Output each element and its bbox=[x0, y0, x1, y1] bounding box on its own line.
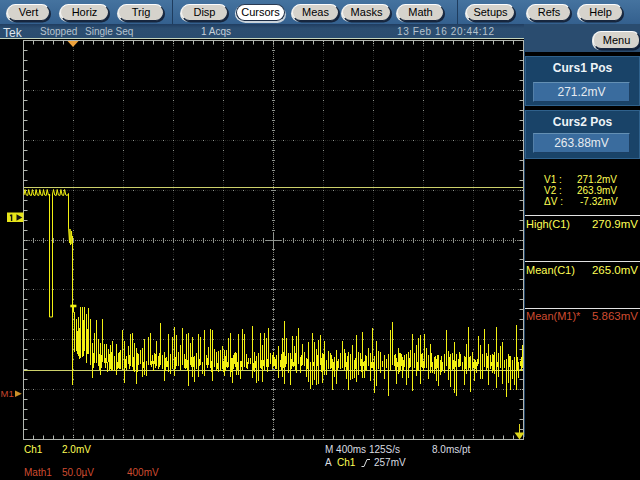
svg-text:M1: M1 bbox=[1, 388, 14, 399]
